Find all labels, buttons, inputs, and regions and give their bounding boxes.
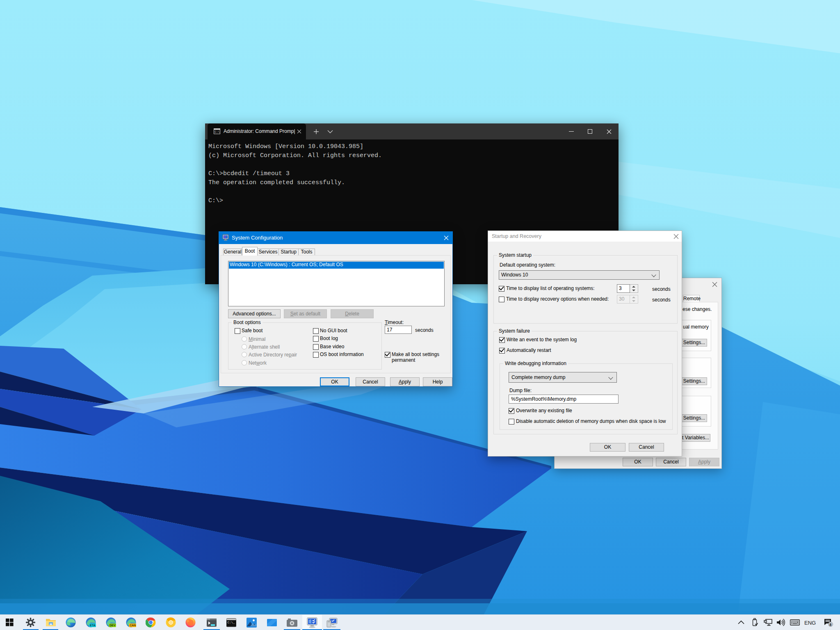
svg-text:8: 8: [829, 623, 831, 627]
svg-text:CAN: CAN: [130, 624, 136, 627]
svg-text:ETA: ETA: [90, 624, 95, 627]
svg-text:DEV: DEV: [110, 624, 116, 627]
svg-text:C:\: C:\: [215, 130, 220, 134]
svg-text:C:\_: C:\_: [228, 621, 235, 624]
